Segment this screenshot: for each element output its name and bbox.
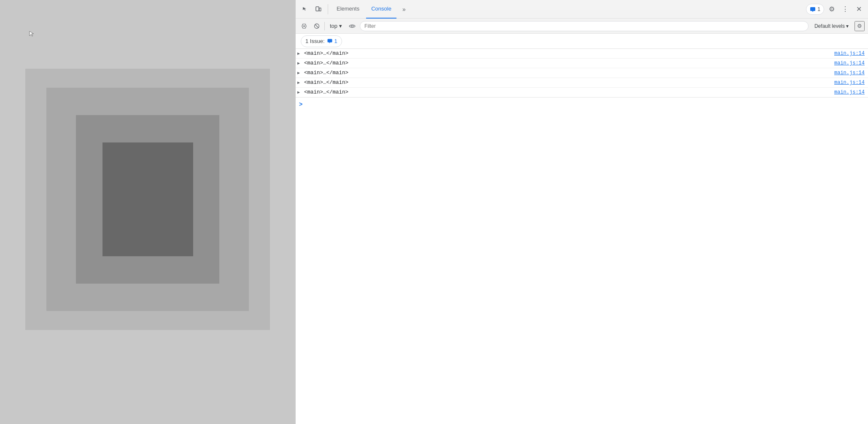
tab-console[interactable]: Console xyxy=(366,0,396,19)
viewport-content xyxy=(25,69,270,330)
svg-rect-0 xyxy=(316,7,319,11)
log-content: <main>…</main> xyxy=(304,89,830,95)
console-prompt[interactable]: > xyxy=(296,97,868,111)
svg-rect-9 xyxy=(327,39,332,43)
console-filter-input[interactable] xyxy=(360,21,809,31)
devtools-top-toolbar: Elements Console » 1 ⚙ ⋮ ✕ xyxy=(296,0,868,19)
issues-bar: 1 Issue: 1 xyxy=(296,34,868,49)
issues-button[interactable]: 1 Issue: 1 xyxy=(301,35,342,47)
console-no-icon-button[interactable] xyxy=(312,21,322,31)
log-content: <main>…</main> xyxy=(304,60,830,66)
log-source-link[interactable]: main.js:14 xyxy=(834,60,865,66)
svg-point-8 xyxy=(351,25,353,27)
log-content: <main>…</main> xyxy=(304,51,830,56)
cursor-icon xyxy=(29,30,35,37)
context-selector[interactable]: top ▾ xyxy=(327,21,345,31)
issues-badge-button[interactable]: 1 xyxy=(806,4,824,15)
expand-arrow-icon[interactable]: ▶ xyxy=(297,51,300,56)
log-content: <main>…</main> xyxy=(304,80,830,86)
log-content: <main>…</main> xyxy=(304,70,830,76)
log-entry[interactable]: ▶ <main>…</main> main.js:14 xyxy=(296,68,868,78)
browser-viewport xyxy=(0,0,295,424)
console-secondary-toolbar: top ▾ Default levels ▾ ⚙ xyxy=(296,19,868,34)
devtools-settings-button[interactable]: ⚙ xyxy=(826,3,838,15)
box-outer xyxy=(46,88,249,311)
svg-rect-1 xyxy=(319,8,321,11)
more-tabs-button[interactable]: » xyxy=(398,3,410,15)
tab-elements[interactable]: Elements xyxy=(332,0,364,19)
console-clear-button[interactable] xyxy=(299,21,309,31)
console-toolbar-divider xyxy=(324,22,325,30)
log-entry[interactable]: ▶ <main>…</main> main.js:14 xyxy=(296,78,868,88)
inspect-element-button[interactable] xyxy=(299,3,311,15)
console-settings-button[interactable]: ⚙ xyxy=(855,21,865,31)
device-toggle-button[interactable] xyxy=(313,3,324,15)
expand-arrow-icon[interactable]: ▶ xyxy=(297,90,300,95)
box-middle xyxy=(76,115,219,284)
log-source-link[interactable]: main.js:14 xyxy=(834,80,865,86)
toolbar-divider-1 xyxy=(328,4,328,14)
log-source-link[interactable]: main.js:14 xyxy=(834,51,865,56)
prompt-arrow-icon: > xyxy=(299,101,302,108)
expand-arrow-icon[interactable]: ▶ xyxy=(297,80,300,85)
expand-arrow-icon[interactable]: ▶ xyxy=(297,70,300,75)
console-input[interactable] xyxy=(306,101,865,107)
log-levels-button[interactable]: Default levels ▾ xyxy=(811,21,852,31)
devtools-menu-button[interactable]: ⋮ xyxy=(839,3,851,15)
expand-arrow-icon[interactable]: ▶ xyxy=(297,61,300,66)
devtools-close-button[interactable]: ✕ xyxy=(853,3,865,15)
live-expressions-button[interactable] xyxy=(347,21,357,31)
log-source-link[interactable]: main.js:14 xyxy=(834,89,865,95)
console-log-area[interactable]: ▶ <main>…</main> main.js:14 ▶ <main>…</m… xyxy=(296,49,868,424)
devtools-panel: Elements Console » 1 ⚙ ⋮ ✕ xyxy=(295,0,868,424)
log-entry[interactable]: ▶ <main>…</main> main.js:14 xyxy=(296,59,868,68)
svg-rect-2 xyxy=(810,7,815,11)
log-entry[interactable]: ▶ <main>…</main> main.js:14 xyxy=(296,49,868,59)
box-inner xyxy=(102,142,193,256)
log-entry[interactable]: ▶ <main>…</main> main.js:14 xyxy=(296,88,868,97)
log-source-link[interactable]: main.js:14 xyxy=(834,70,865,76)
svg-line-7 xyxy=(315,24,318,28)
